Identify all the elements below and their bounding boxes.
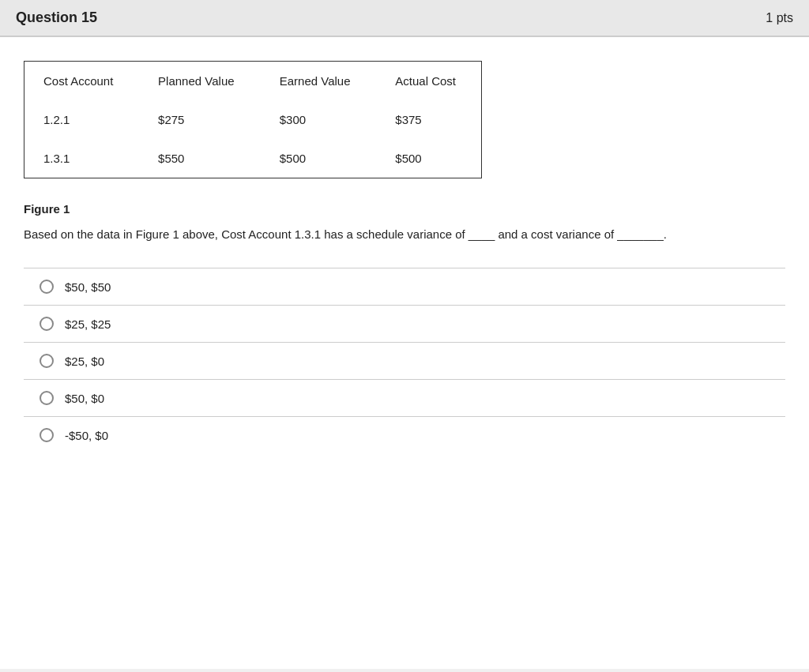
option-item-4[interactable]: $50, $0 xyxy=(24,380,785,417)
question-title: Question 15 xyxy=(16,9,97,26)
question-body: Cost Account Planned Value Earned Value … xyxy=(0,37,809,669)
col-header-earned-value: Earned Value xyxy=(261,62,377,101)
option-item-3[interactable]: $25, $0 xyxy=(24,343,785,380)
page-container: Question 15 1 pts Cost Account Planned V… xyxy=(0,0,809,672)
table-cell-0-3: $375 xyxy=(376,100,481,139)
table-cell-1-3: $500 xyxy=(376,139,481,178)
option-radio-1[interactable] xyxy=(40,280,54,294)
option-radio-3[interactable] xyxy=(40,354,54,368)
question-points: 1 pts xyxy=(766,11,793,25)
table-cell-1-1: $550 xyxy=(139,139,261,178)
table-cell-1-0: 1.3.1 xyxy=(24,139,140,178)
data-table: Cost Account Planned Value Earned Value … xyxy=(24,61,482,178)
option-label-2: $25, $25 xyxy=(65,317,111,331)
option-label-5: -$50, $0 xyxy=(65,429,108,442)
option-item-5[interactable]: -$50, $0 xyxy=(24,417,785,453)
option-item-1[interactable]: $50, $50 xyxy=(24,268,785,306)
col-header-planned-value: Planned Value xyxy=(139,62,261,101)
option-item-2[interactable]: $25, $25 xyxy=(24,306,785,343)
table-cell-0-0: 1.2.1 xyxy=(24,100,140,139)
option-radio-2[interactable] xyxy=(40,317,54,331)
table-cell-0-2: $300 xyxy=(261,100,377,139)
options-container: $50, $50$25, $25$25, $0$50, $0-$50, $0 xyxy=(24,268,785,453)
option-radio-5[interactable] xyxy=(40,428,54,442)
table-header-row: Cost Account Planned Value Earned Value … xyxy=(24,62,482,101)
option-label-3: $25, $0 xyxy=(65,355,104,368)
question-text: Based on the data in Figure 1 above, Cos… xyxy=(24,225,785,244)
option-label-1: $50, $50 xyxy=(65,280,111,294)
option-radio-4[interactable] xyxy=(40,391,54,405)
col-header-actual-cost: Actual Cost xyxy=(376,62,481,101)
option-label-4: $50, $0 xyxy=(65,392,104,405)
figure-label: Figure 1 xyxy=(24,202,785,216)
question-header: Question 15 1 pts xyxy=(0,0,809,37)
table-wrapper: Cost Account Planned Value Earned Value … xyxy=(24,61,785,178)
table-cell-0-1: $275 xyxy=(139,100,261,139)
col-header-cost-account: Cost Account xyxy=(24,62,140,101)
table-row: 1.3.1$550$500$500 xyxy=(24,139,482,178)
table-row: 1.2.1$275$300$375 xyxy=(24,100,482,139)
table-cell-1-2: $500 xyxy=(261,139,377,178)
